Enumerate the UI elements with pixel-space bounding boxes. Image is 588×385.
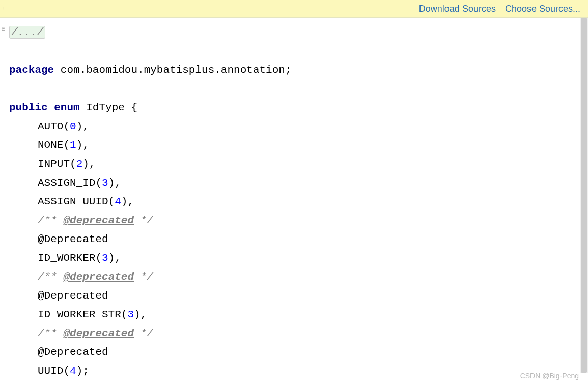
close-comma: ),	[108, 177, 121, 189]
banner-icon: ⁞	[2, 6, 4, 12]
close-comma: ),	[76, 139, 89, 151]
doc-comment-close-1: */	[134, 215, 153, 226]
gutter: ⊟	[0, 18, 8, 385]
deprecated-tag-3: @deprecated	[63, 328, 134, 339]
scrollbar-thumb[interactable]	[581, 18, 587, 373]
literal-3c: 3	[127, 309, 134, 320]
enum-assign-uuid: ASSIGN_UUID(	[38, 196, 115, 208]
download-sources-link[interactable]: Download Sources	[419, 4, 496, 14]
choose-sources-link[interactable]: Choose Sources...	[505, 4, 580, 14]
folded-comment[interactable]: /.../	[9, 26, 45, 39]
notification-banner: ⁞ Download Sources Choose Sources...	[0, 0, 588, 18]
code-content[interactable]: /.../ package com.baomidou.mybatisplus.a…	[8, 18, 588, 385]
deprecated-annotation-3: @Deprecated	[38, 346, 108, 358]
close-comma: ),	[134, 309, 147, 320]
enum-none: NONE(	[38, 139, 70, 151]
enum-uuid: UUID(	[38, 365, 70, 377]
enum-id-worker: ID_WORKER(	[38, 252, 102, 264]
literal-0: 0	[70, 121, 76, 132]
scrollbar[interactable]	[580, 18, 588, 373]
deprecated-annotation-2: @Deprecated	[38, 290, 108, 302]
deprecated-tag-1: @deprecated	[63, 215, 134, 226]
watermark: CSDN @Big-Peng	[520, 372, 579, 380]
keyword-enum: enum	[54, 102, 79, 113]
deprecated-annotation-1: @Deprecated	[38, 233, 108, 245]
doc-comment-open-3: /**	[38, 328, 63, 339]
close-comma: ),	[108, 252, 121, 264]
enum-input: INPUT(	[38, 158, 76, 170]
class-name: IdType {	[80, 102, 137, 113]
deprecated-tag-2: @deprecated	[63, 271, 134, 283]
close-comma: ),	[82, 158, 95, 170]
literal-2: 2	[76, 158, 83, 170]
keyword-public: public	[9, 102, 48, 113]
keyword-package: package	[9, 64, 54, 76]
literal-1: 1	[70, 139, 76, 151]
doc-comment-open-2: /**	[38, 271, 63, 283]
literal-4: 4	[115, 196, 121, 208]
literal-3b: 3	[102, 252, 108, 264]
package-name: com.baomidou.mybatisplus.annotation;	[54, 64, 291, 76]
close-semi: );	[76, 365, 89, 377]
fold-marker-icon[interactable]: ⊟	[2, 25, 7, 30]
close-comma: ),	[76, 121, 89, 132]
code-editor[interactable]: ⊟ /.../ package com.baomidou.mybatisplus…	[0, 18, 588, 385]
enum-id-worker-str: ID_WORKER_STR(	[38, 309, 127, 320]
doc-comment-open-1: /**	[38, 215, 63, 226]
enum-assign-id: ASSIGN_ID(	[38, 177, 102, 189]
literal-3: 3	[102, 177, 108, 189]
doc-comment-close-3: */	[134, 328, 153, 339]
enum-auto: AUTO(	[38, 121, 70, 132]
close-comma: ),	[121, 196, 134, 208]
literal-4b: 4	[70, 365, 76, 377]
doc-comment-close-2: */	[134, 271, 153, 283]
